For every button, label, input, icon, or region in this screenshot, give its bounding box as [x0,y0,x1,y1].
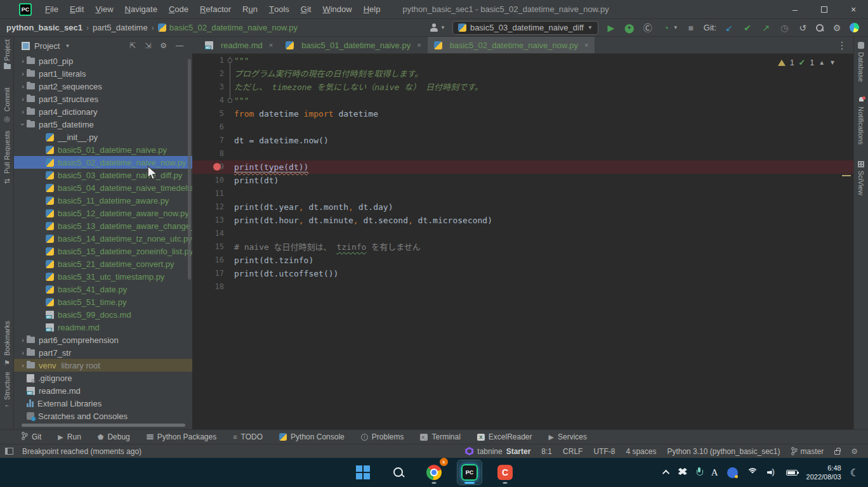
profile-button[interactable]: ▼ [430,23,445,32]
code-line-15[interactable]: 15# naive な日付時刻は、 tzinfo を有しません [192,240,853,254]
toolwindow-button-commit[interactable]: Commit◎ [0,88,14,123]
code-line-18[interactable]: 18 [192,280,853,294]
chevron-right-icon[interactable]: › [19,108,27,115]
code-line-16[interactable]: 16print(dt.tzinfo) [192,254,853,267]
menu-help[interactable]: Help [358,0,386,19]
maximize-button[interactable] [810,0,839,19]
chevron-right-icon[interactable]: › [19,361,27,369]
tool-button-todo[interactable]: ≡TODO [233,432,263,441]
chevron-down-icon[interactable]: ▼ [65,43,70,49]
history-button[interactable]: ◷ [779,22,790,34]
git-branch-widget[interactable]: master [791,447,824,456]
menu-file[interactable]: File [39,0,64,19]
collapse-all-icon[interactable]: ⇲ [145,41,151,50]
git-push-button[interactable]: ↗ [760,22,772,34]
pycharm-taskbar-button[interactable]: PC [457,460,482,484]
camtasia-button[interactable]: C [493,460,517,484]
tree-item-basic5-15-datetime-zoneinfo-list-py[interactable]: basic5_15_datetime_zoneinfo_list.py [14,245,192,257]
code-line-12[interactable]: 12print(dt.year, dt.month, dt.day) [192,200,853,214]
chevron-down-icon[interactable]: › [19,120,27,128]
toolwindow-button-bookmarks[interactable]: Bookmarks⚑ [0,321,14,367]
project-view-selector[interactable]: Project [34,41,60,51]
rollback-button[interactable]: ↺ [797,22,808,34]
code-line-1[interactable]: 1""" [192,54,853,67]
tree-vertical-scrollbar[interactable] [188,59,191,280]
notifications-gear-icon[interactable]: ⚙ [851,447,858,456]
tree-item-basic5-51-time-py[interactable]: basic5_51_time.py [14,295,192,308]
file-encoding[interactable]: UTF-8 [593,447,615,456]
tree-item-basic5-12-datetime-aware-now-py[interactable]: basic5_12_datetime_aware_now.py [14,207,192,219]
dropbox-icon[interactable] [678,468,687,477]
tree-item-part6-comprehension[interactable]: ›part6_comprehension [14,334,192,346]
tool-button-python-console[interactable]: Python Console [279,432,345,441]
tree-item-part4-dictionary[interactable]: ›part4_dictionary [14,105,192,118]
tree-item-readme-md[interactable]: readme.md [14,384,192,397]
menu-tools[interactable]: Tools [263,0,295,19]
toolwindow-button-database[interactable]: Database [854,42,868,82]
code-line-5[interactable]: 5from datetime import datetime [192,107,853,120]
battery-icon[interactable] [786,470,798,476]
search-everywhere-button[interactable] [815,23,824,32]
toolwindow-button-notifications[interactable]: Notifications [854,96,868,145]
tree-item-part7-str[interactable]: ›part7_str [14,346,192,359]
tree-item-basic5-01-datetime-naive-py[interactable]: basic5_01_datetime_naive.py [14,143,192,156]
microphone-icon[interactable] [696,467,702,477]
line-separator[interactable]: CRLF [563,447,582,456]
menu-code[interactable]: Code [163,0,194,19]
ime-indicator[interactable]: A [711,467,718,478]
tree-item-basic5-99-docs-md[interactable]: basic5_99_docs.md [14,308,192,321]
chevron-right-icon[interactable]: › [19,349,27,356]
code-line-6[interactable]: 6 [192,120,853,134]
stop-button[interactable]: ■ [685,22,697,34]
toolwindow-button-pull-requests[interactable]: Pull Requests⇄ [0,131,14,185]
start-button[interactable] [351,460,375,484]
profiler-button[interactable]: Ⓒ [642,22,654,34]
status-message[interactable]: Breakpoint reached (moments ago) [22,447,141,456]
tree-item-venv[interactable]: ›venvlibrary root [14,359,192,372]
git-commit-button[interactable]: ✔ [742,22,753,34]
tree-item-readme-md[interactable]: readme.md [14,321,192,334]
tool-button-services[interactable]: ▶Services [549,432,587,441]
menu-navigate[interactable]: Navigate [119,0,163,19]
tree-item-basic5-14-datetime-tz-none-utc-py[interactable]: basic5_14_datetime_tz_none_utc.py [14,232,192,245]
tree-item-basic5-41-date-py[interactable]: basic5_41_date.py [14,283,192,295]
indent-style[interactable]: 4 spaces [626,447,656,456]
toolwindow-button-sciview[interactable]: SciView [854,161,868,195]
gear-icon[interactable]: ⚙ [160,41,167,50]
chevron-right-icon[interactable]: › [19,70,27,77]
code-line-4[interactable]: 4""" [192,94,853,107]
tool-button-problems[interactable]: !Problems [361,432,404,441]
toolwindow-button-structure[interactable]: Structure▪▫ [0,372,14,408]
menu-edit[interactable]: Edit [64,0,89,19]
tree-item-basic5-31-utc-timestamp-py[interactable]: basic5_31_utc_timestamp.py [14,270,192,283]
tool-button-run[interactable]: ▶Run [58,432,81,441]
editor-tab-basic5-02-datetime-naive-now-py[interactable]: basic5_02_datetime_naive_now.py× [428,37,595,53]
menu-run[interactable]: Run [237,0,263,19]
night-mode-icon[interactable]: ☾ [850,467,859,479]
code-area[interactable]: 1 ✓ 1 ▲ ▼ 1"""2プログラム実行時の現在の日付時刻を取得します。3た… [192,54,853,429]
git-update-button[interactable]: ↙ [723,22,735,34]
breadcrumb-file[interactable]: basic5_02_datetime_naive_now.py [158,23,298,32]
caret-position[interactable]: 8:1 [541,447,552,456]
tree-item-basic5-04-datetime-naive-timedelta-py[interactable]: basic5_04_datetime_naive_timedelta.py [14,181,192,194]
toolwindow-toggle-icon[interactable] [5,448,13,455]
chevron-right-icon[interactable]: › [19,336,27,344]
tree-item-basic5-03-datetime-naive-diff-py[interactable]: basic5_03_datetime_naive_diff.py [14,169,192,181]
minimize-button[interactable]: – [780,0,810,19]
close-button[interactable]: × [839,0,868,19]
hide-panel-icon[interactable]: — [176,41,183,50]
menu-view[interactable]: View [89,0,119,19]
editor-tab-basic5-01-datetime-naive-py[interactable]: basic5_01_datetime_naive.py× [279,37,427,53]
code-line-17[interactable]: 17print(dt.utcoffset()) [192,267,853,280]
ide-features-icon[interactable] [850,23,859,32]
chevron-right-icon[interactable]: › [19,82,27,90]
python-interpreter[interactable]: Python 3.10 (python_basic_sec1) [667,447,780,456]
code-line-2[interactable]: 2プログラム実行時の現在の日付時刻を取得します。 [192,67,853,81]
code-line-10[interactable]: 10print(dt) [192,174,853,187]
menu-git[interactable]: Git [295,0,317,19]
tree-item-basic5-21-datetime-convert-py[interactable]: basic5_21_datetime_convert.py [14,257,192,270]
code-line-8[interactable]: 8 [192,147,853,160]
lock-icon[interactable] [834,450,840,455]
tree-item-part5-datetime[interactable]: ›part5_datetime [14,118,192,131]
tree-item-part3-structures[interactable]: ›part3_structures [14,93,192,105]
